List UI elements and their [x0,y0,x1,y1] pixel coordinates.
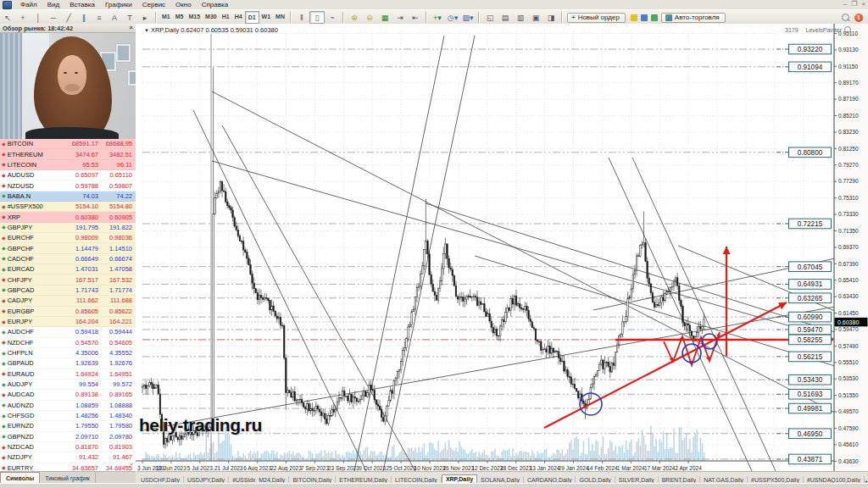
timeframe-m15[interactable]: M15 [186,11,203,22]
candlestick-chart-icon[interactable]: ▯ [309,11,325,24]
cursor-tool-icon[interactable]: ↖ [0,11,15,24]
market-watch-row-EURTRY[interactable]: ◆EURTRY34.6365734.68455 [0,463,136,471]
market-watch-row-CHFJPY[interactable]: ◆CHFJPY167.517167.532 [0,274,136,285]
svg-text:26 Nov 2023: 26 Nov 2023 [442,465,474,471]
market-watch-row-EURGBP[interactable]: ◆EURGBP0.856050.85622 [0,307,136,317]
zoom-in-icon[interactable]: ⊕ [347,11,362,24]
menu-графики[interactable]: Графики [100,1,137,8]
arrows-tool-icon[interactable]: ▸ [137,11,153,24]
zoom-out-icon[interactable]: ⊖ [362,11,377,24]
horizontal-line-tool-icon[interactable]: ─ [46,11,61,24]
search-icon[interactable] [842,14,849,21]
community-icon[interactable] [651,14,658,21]
strategy-tester-icon[interactable]: ◨ [543,11,559,24]
timeframe-h1[interactable]: H1 [220,11,232,22]
panel-close-icon[interactable]: × [129,24,133,31]
market-watch-row-AUDCHF[interactable]: ◆AUDCHF0.594180.59444 [0,327,136,337]
market-watch-row-ETHEREUM[interactable]: ◆ETHEREUM3474.673482.51 [0,149,136,159]
market-watch-row-CADJPY[interactable]: ◆CADJPY111.662111.688 [0,296,136,306]
fibonacci-tool-icon[interactable]: ≡ [92,11,107,24]
terminal-icon[interactable]: ▣ [528,11,543,24]
templates-dropdown[interactable]: ▨▾ [460,11,476,24]
auto-scroll-icon[interactable]: ⇤ [408,11,423,24]
market-watch-row-NZDCHF[interactable]: ◆NZDCHF0.545700.54605 [0,338,136,348]
market-watch-row-BITCOIN[interactable]: ◆BITCOIN68591.1768688.95 [0,139,136,149]
vertical-line-tool-icon[interactable]: │ [31,11,46,24]
market-watch-row-EURCHF[interactable]: ◆EURCHF0.980090.98036 [0,233,136,243]
notification-badge[interactable]: 1 [854,14,863,22]
market-watch-row-NZDUSD[interactable]: ◆NZDUSD0.597880.59807 [0,180,136,191]
market-watch-row-EURCAD[interactable]: ◆EURCAD1.470311.47058 [0,264,136,274]
market-watch-row-GBPJPY[interactable]: ◆GBPJPY191.795191.822 [0,223,136,233]
channel-tool-icon[interactable]: ∥ [76,11,92,24]
line-chart-icon[interactable]: ~ [325,11,340,24]
market-watch-title-text: Обзор рынка: 18:42:42 [3,25,73,32]
market-watch-row-XRP[interactable]: ◆XRP0.603800.60905 [0,212,136,222]
market-watch-row-AUDJPY[interactable]: ◆AUDJPY99.55499.572 [0,380,136,390]
new-order-button[interactable]: + Новый ордер [567,13,626,23]
chart-window[interactable]: 3 Jun 202319 Jun 20235 Jul 202321 Jul 20… [136,24,868,471]
market-watch-row-GBPCHF[interactable]: ◆GBPCHF1.144791.14510 [0,243,136,253]
market-watch-row-USSPX500[interactable]: ◆#USSPX5005154.105154.80 [0,202,136,212]
auto-trading-button[interactable]: Авто-торговля [661,13,726,23]
menu-вставка[interactable]: Вставка [64,1,100,8]
market-watch-row-EURNZD[interactable]: ◆EURNZD1.795501.79580 [0,421,136,431]
menu-окно[interactable]: Окно [170,1,197,8]
market-watch-row-CADCHF[interactable]: ◆CADCHF0.666490.66674 [0,254,136,264]
crosshair-tool-icon[interactable]: + [15,11,31,24]
scroll-down-icon[interactable]: ⌄ [129,460,134,467]
market-watch-row-BABA.N[interactable]: ◆BABA.N74.0374.22 [0,191,136,202]
timeframe-d1[interactable]: D1 [245,11,259,24]
timeframe-mn[interactable]: MN [273,11,287,22]
market-watch-row-AUDUSD[interactable]: ◆AUDUSD0.650970.65110 [0,170,136,180]
symbol-name: ◆CADCHF [0,255,63,263]
timeframe-m5[interactable]: M5 [173,11,186,22]
timeframe-m1[interactable]: M1 [159,11,173,22]
text-tool-icon[interactable]: A [107,11,122,24]
expert-advisors-icon[interactable] [631,14,637,21]
tab-тиковый[interactable]: Тиковый график [40,472,96,484]
menu-сервис[interactable]: Сервис [137,1,170,8]
periods-dropdown[interactable]: ◷▾ [445,11,460,24]
metaeditor-icon[interactable] [641,14,648,21]
symbol-name: ◆EURNZD [0,422,63,430]
navigator-icon[interactable]: ▥ [513,11,528,24]
new-chart-dropdown[interactable]: +▾ [430,11,445,24]
market-watch-row-EURAUD[interactable]: ◆EURAUD1.649241.64951 [0,369,136,380]
market-watch-row-NZDJPY[interactable]: ◆NZDJPY91.43291.467 [0,452,136,463]
menu-файл[interactable]: Файл [15,1,42,8]
chart-shift-icon[interactable]: ⇥ [392,11,408,24]
timeframe-w1[interactable]: W1 [259,11,274,22]
chevron-down-icon[interactable]: ▼ [144,28,149,33]
market-watch-row-GBPCAD[interactable]: ◆GBPCAD1.717431.71774 [0,286,136,296]
market-watch-row-EURJPY[interactable]: ◆EURJPY164.204164.221 [0,317,136,327]
restore-icon[interactable]: ❐ [851,0,857,8]
tab-символы[interactable]: Символы [0,472,40,484]
svg-text:25 Oct 2023: 25 Oct 2023 [386,465,416,471]
tile-windows-icon[interactable]: ▦ [377,11,392,24]
price-chart[interactable]: 3 Jun 202319 Jun 20235 Jul 202321 Jul 20… [136,24,868,471]
close-icon[interactable]: × [861,0,865,8]
market-watch-row-LITECOIN[interactable]: ◆LITECOIN95.5396.11 [0,160,136,170]
minimize-icon[interactable]: – [843,0,847,8]
timeframe-group: M1M5M15M30H1H4D1W1MN [159,11,287,24]
market-watch-row-CHFPLN[interactable]: ◆CHFPLN4.350064.35552 [0,348,136,358]
timeframe-m30[interactable]: M30 [203,11,220,22]
market-watch-row-NZDCAD[interactable]: ◆NZDCAD0.818700.81903 [0,442,136,452]
data-window-icon[interactable]: ▤ [498,11,513,24]
timeframe-h4[interactable]: H4 [232,11,245,22]
label-tool-icon[interactable]: T [122,11,137,24]
bar-chart-icon[interactable]: ‖ [294,11,309,24]
market-watch-tabs: СимволыТиковый график [0,471,136,484]
menu-справка[interactable]: Справка [197,1,233,8]
symbol-name: ◆BITCOIN [0,140,63,147]
market-watch-row-AUDNZD[interactable]: ◆AUDNZD1.088591.08888 [0,401,136,411]
bid-value: 0.89138 [63,391,98,398]
market-watch-row-CHFSGD[interactable]: ◆CHFSGD1.482561.48340 [0,411,136,421]
trend-line-tool-icon[interactable]: ╱ [61,11,76,24]
market-watch-row-AUDCAD[interactable]: ◆AUDCAD0.891380.89165 [0,390,136,400]
market-watch-row-GBPAUD[interactable]: ◆GBPAUD1.926391.92676 [0,358,136,369]
market-watch-row-GBPNZD[interactable]: ◆GBPNZD2.097102.09780 [0,432,136,442]
menu-вид[interactable]: Вид [42,1,64,8]
market-watch-icon[interactable]: ◱ [482,11,498,24]
